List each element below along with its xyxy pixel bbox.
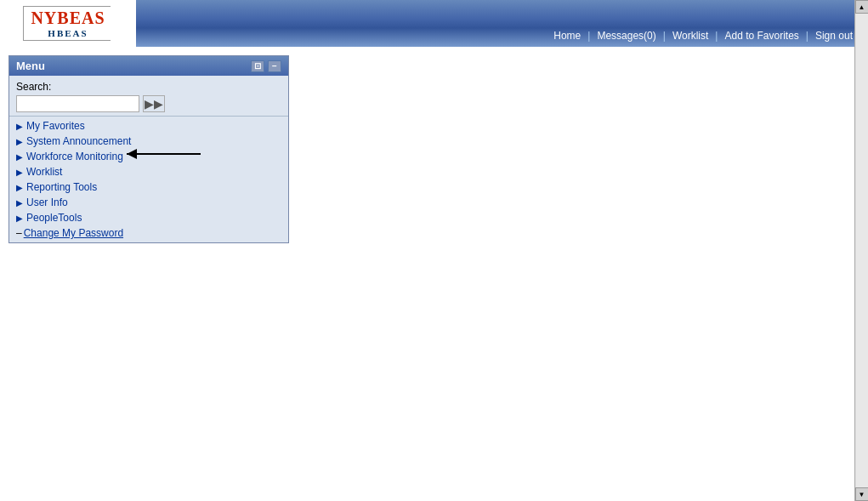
scrollbar-track (856, 14, 868, 487)
expand-arrow-user-info: ▶ (16, 198, 23, 208)
menu-item-people-tools[interactable]: ▶ PeopleTools (9, 210, 288, 225)
worklist-link[interactable]: Worklist (666, 30, 715, 42)
scroll-down-button[interactable]: ▼ (855, 487, 869, 501)
search-icon: ▶▶ (145, 97, 163, 111)
menu-item-worklist[interactable]: ▶ Worklist (9, 164, 288, 179)
menu-item-label-workforce-monitoring: Workforce Monitoring (26, 151, 123, 162)
menu-header: Menu ⊡ − (9, 56, 288, 76)
menu-item-my-favorites[interactable]: ▶ My Favorites (9, 118, 288, 134)
menu-panel: Menu ⊡ − Search: ▶▶ ▶ My Favorites (9, 55, 289, 243)
search-row: ▶▶ (16, 95, 281, 112)
sign-out-link[interactable]: Sign out (808, 30, 859, 42)
expand-arrow-reporting-tools: ▶ (16, 183, 23, 192)
menu-item-user-info[interactable]: ▶ User Info (9, 195, 288, 210)
menu-item-label-my-favorites: My Favorites (26, 120, 85, 132)
search-area: Search: ▶▶ (9, 76, 288, 117)
scrollbar-right: ▲ ▼ (854, 0, 868, 501)
menu-item-reporting-tools[interactable]: ▶ Reporting Tools (9, 179, 288, 195)
change-password-link[interactable]: Change My Password (24, 227, 123, 239)
change-password-dash: – (16, 227, 22, 239)
menu-item-label-system-announcement: System Announcement (26, 135, 131, 147)
logo: NYBEAS HBEAS (23, 6, 112, 41)
menu-title: Menu (16, 60, 45, 72)
nav-links: Home | Messages(0) | Worklist | Add to F… (547, 30, 859, 42)
menu-item-label-people-tools: PeopleTools (26, 212, 82, 224)
scroll-up-button[interactable]: ▲ (855, 0, 869, 14)
search-input[interactable] (16, 95, 139, 112)
home-link[interactable]: Home (547, 30, 587, 42)
messages-link[interactable]: Messages(0) (590, 30, 662, 42)
menu-item-label-user-info: User Info (26, 196, 68, 208)
menu-item-system-announcement[interactable]: ▶ System Announcement (9, 134, 288, 149)
menu-maximize-button[interactable]: ⊡ (251, 60, 264, 72)
menu-header-controls: ⊡ − (251, 60, 281, 72)
menu-minimize-button[interactable]: − (268, 60, 281, 72)
nav-banner: Home | Messages(0) | Worklist | Add to F… (136, 0, 868, 47)
menu-item-label-worklist: Worklist (26, 166, 62, 178)
expand-arrow-system-announcement: ▶ (16, 137, 23, 146)
menu-items-list: ▶ My Favorites ▶ System Announcement ▶ W… (9, 117, 288, 242)
search-button[interactable]: ▶▶ (143, 95, 165, 112)
expand-arrow-worklist: ▶ (16, 168, 23, 177)
logo-bottom: HBEAS (31, 28, 105, 38)
expand-arrow-my-favorites: ▶ (16, 122, 23, 131)
menu-item-workforce-monitoring[interactable]: ▶ Workforce Monitoring (9, 149, 288, 164)
menu-item-label-reporting-tools: Reporting Tools (26, 181, 97, 193)
add-to-favorites-link[interactable]: Add to Favorites (718, 30, 805, 42)
header: NYBEAS HBEAS Home | Messages(0) | Workli… (0, 0, 868, 47)
expand-arrow-people-tools: ▶ (16, 213, 23, 223)
search-label: Search: (16, 81, 281, 93)
main-content: Menu ⊡ − Search: ▶▶ ▶ My Favorites (0, 47, 854, 501)
logo-top: NYBEAS (31, 9, 105, 28)
expand-arrow-workforce-monitoring: ▶ (16, 152, 23, 162)
change-password-row[interactable]: – Change My Password (9, 225, 288, 241)
